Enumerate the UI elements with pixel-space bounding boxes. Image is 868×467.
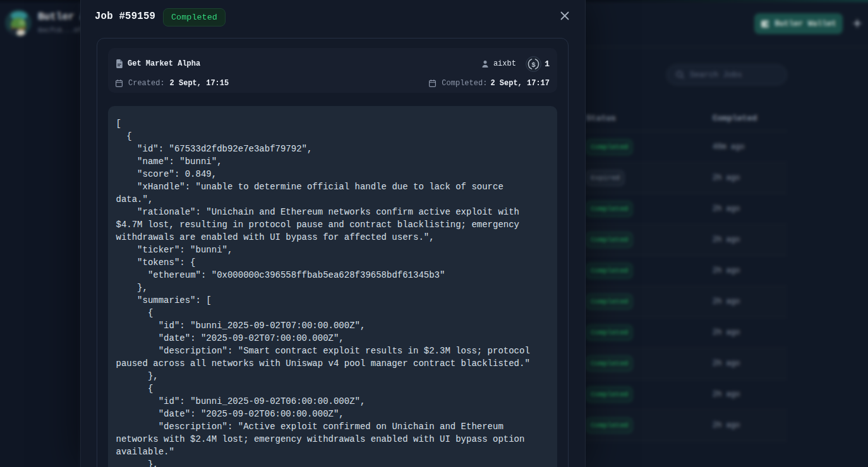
svg-text:$: $ bbox=[531, 61, 536, 68]
